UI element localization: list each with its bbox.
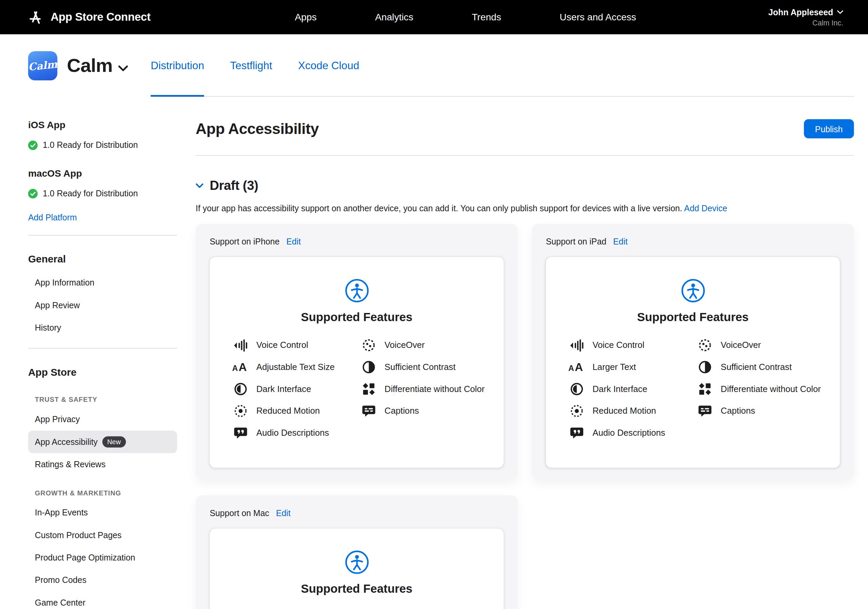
feature-voice-control: Voice Control	[568, 338, 696, 352]
feature-reduced-motion: Reduced Motion	[568, 403, 696, 418]
card-header: Support on Mac Edit	[209, 508, 504, 519]
sidebar-item-history[interactable]: History	[28, 316, 177, 339]
dark-interface-icon	[568, 382, 585, 396]
feature-adjustable-text-size: AAAdjustable Text Size	[232, 360, 360, 374]
nav-item-apps[interactable]: Apps	[295, 11, 317, 23]
tab-testflight[interactable]: Testflight	[230, 34, 272, 97]
sufficient-contrast-icon	[696, 361, 713, 374]
sidebar-item-app-privacy[interactable]: App Privacy	[28, 408, 177, 431]
sidebar-item-custom-product-pages[interactable]: Custom Product Pages	[28, 524, 177, 546]
sidebar-subheading-trust-safety: TRUST & SAFETY	[35, 396, 177, 403]
features-list: Voice ControlAAAdjustable Text SizeDark …	[209, 324, 504, 440]
app-store-connect-home-link[interactable]: App Store Connect	[28, 9, 150, 25]
feature-larger-text: AALarger Text	[568, 360, 696, 374]
sidebar-divider	[28, 348, 177, 349]
dark-interface-icon	[232, 382, 249, 396]
feature-label: Dark Interface	[593, 384, 647, 394]
sidebar-item-product-page-optimization[interactable]: Product Page Optimization	[28, 547, 177, 569]
card-header: Support on iPad Edit	[546, 236, 840, 247]
add-device-link[interactable]: Add Device	[684, 203, 727, 213]
edit-link[interactable]: Edit	[276, 508, 291, 519]
ios-version-status[interactable]: 1.0 Ready for Distribution	[28, 139, 177, 150]
nav-item-trends[interactable]: Trends	[472, 11, 501, 23]
sidebar-item-promo-codes[interactable]: Promo Codes	[28, 569, 177, 591]
edit-link[interactable]: Edit	[613, 236, 628, 247]
sidebar-item-game-center[interactable]: Game Center	[28, 591, 177, 609]
accessibility-icon	[546, 278, 840, 303]
publish-button[interactable]: Publish	[804, 119, 854, 138]
nav-item-analytics[interactable]: Analytics	[375, 11, 413, 23]
nav-item-users-and-access[interactable]: Users and Access	[560, 11, 636, 23]
sidebar-item-ratings-reviews[interactable]: Ratings & Reviews	[28, 453, 177, 476]
feature-dark-interface: Dark Interface	[232, 382, 360, 397]
sidebar-heading-general: General	[28, 252, 177, 266]
feature-label: Reduced Motion	[593, 406, 656, 416]
trust-safety-list: App Privacy App Accessibility New Rating…	[28, 408, 177, 476]
support-card-mac: Support on Mac Edit Supported Features	[195, 496, 518, 609]
green-check-icon	[28, 140, 38, 150]
text-size-icon: AA	[232, 361, 249, 373]
feature-voiceover: VoiceOver	[360, 338, 498, 352]
app-header: Calm Calm Distribution Testflight Xcode …	[0, 34, 868, 97]
feature-differentiate-without-color: Differentiate without Color	[696, 382, 834, 397]
supported-features-heading: Supported Features	[546, 310, 840, 324]
features-column-right: VoiceOverSufficient ContrastDifferentiat…	[696, 338, 834, 440]
differentiate-without-color-icon	[360, 382, 377, 396]
draft-heading: Draft (3)	[209, 178, 258, 194]
sidebar-item-app-accessibility[interactable]: App Accessibility New	[28, 431, 177, 453]
support-card-iphone: Support on iPhone Edit Supported Feature…	[195, 224, 518, 479]
text-size-icon: AA	[568, 361, 585, 373]
user-menu[interactable]: John Appleseed Calm Inc.	[768, 6, 843, 28]
accessibility-icon	[209, 278, 504, 303]
macos-version-status[interactable]: 1.0 Ready for Distribution	[28, 188, 177, 199]
supported-features-heading: Supported Features	[209, 581, 504, 596]
app-switcher-chevron-down-icon[interactable]	[118, 65, 128, 71]
card-header: Support on iPhone Edit	[209, 236, 504, 247]
features-column-left: Voice ControlAAAdjustable Text SizeDark …	[232, 338, 360, 440]
feature-label: VoiceOver	[384, 340, 425, 350]
main-content: App Accessibility Publish Draft (3) If y…	[195, 97, 854, 609]
feature-differentiate-without-color: Differentiate without Color	[360, 382, 498, 397]
sidebar-item-app-information[interactable]: App Information	[28, 271, 177, 294]
add-platform-link[interactable]: Add Platform	[28, 212, 77, 222]
calm-app-icon: Calm	[28, 51, 57, 80]
audio-descriptions-icon	[232, 426, 249, 440]
general-list: App Information App Review History	[28, 271, 177, 339]
card-title: Support on iPhone	[209, 236, 279, 247]
feature-voice-control: Voice Control	[232, 338, 360, 352]
svg-text:A: A	[239, 361, 247, 373]
voice-control-icon	[568, 339, 585, 352]
feature-reduced-motion: Reduced Motion	[232, 403, 360, 418]
app-store-connect-logo-icon	[28, 9, 43, 25]
feature-label: Differentiate without Color	[384, 384, 485, 394]
sidebar-item-in-app-events[interactable]: In-App Events	[28, 502, 177, 524]
sidebar-heading-app-store: App Store	[28, 366, 177, 379]
feature-label: Voice Control	[256, 340, 308, 350]
main-divider	[195, 155, 854, 156]
draft-section-toggle[interactable]: Draft (3)	[195, 178, 854, 194]
sidebar: iOS App 1.0 Ready for Distribution macOS…	[28, 97, 177, 609]
features-column-left: Voice ControlAALarger TextDark Interface…	[568, 338, 696, 440]
sidebar-item-app-review[interactable]: App Review	[28, 294, 177, 316]
user-org: Calm Inc.	[768, 18, 843, 28]
reduced-motion-icon	[232, 404, 249, 418]
supported-features-panel: Supported Features Voice ControlAALarger…	[546, 257, 840, 468]
captions-icon	[696, 404, 713, 418]
feature-captions: Captions	[696, 403, 834, 418]
feature-label: Sufficient Contrast	[721, 362, 792, 372]
svg-text:A: A	[232, 364, 238, 373]
voice-control-icon	[232, 339, 249, 352]
page-title: App Accessibility	[195, 120, 319, 137]
differentiate-without-color-icon	[696, 382, 713, 396]
audio-descriptions-icon	[568, 426, 585, 440]
main-header: App Accessibility Publish	[195, 119, 854, 138]
feature-audio-descriptions: Audio Descriptions	[568, 426, 696, 440]
voiceover-icon	[360, 338, 377, 352]
edit-link[interactable]: Edit	[286, 236, 301, 247]
green-check-icon	[28, 189, 38, 198]
tab-xcode-cloud[interactable]: Xcode Cloud	[298, 34, 359, 97]
user-name: John Appleseed	[768, 6, 833, 18]
feature-label: Voice Control	[593, 340, 645, 350]
tab-distribution[interactable]: Distribution	[151, 34, 205, 97]
feature-captions: Captions	[360, 403, 498, 418]
